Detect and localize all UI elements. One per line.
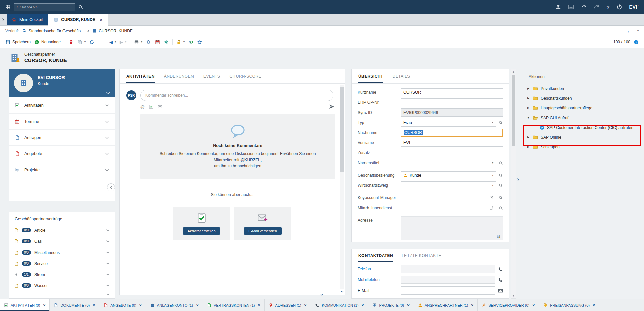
address-book-icon[interactable]: [496, 234, 501, 239]
refresh-button[interactable]: [89, 40, 94, 45]
telefon-link[interactable]: Telefon: [358, 267, 401, 271]
chevron-down-icon[interactable]: [105, 151, 109, 156]
breadcrumb-item-search[interactable]: Standardsuche für Geschäfts...: [22, 29, 84, 33]
zusatz-input[interactable]: [401, 149, 503, 157]
calendar-button[interactable]: [155, 40, 160, 45]
breadcrumb-item-record[interactable]: CURSOR, KUNDE: [92, 29, 133, 33]
sidebar-item-anfragen[interactable]: Anfragen: [9, 130, 115, 146]
tab-uebersicht[interactable]: ÜBERSICHT: [358, 69, 383, 83]
inbox-icon[interactable]: [568, 4, 574, 10]
navigate-forward-button[interactable]: ▶▾: [120, 40, 126, 44]
expand-arrow-icon[interactable]: ▶: [527, 106, 530, 109]
chevron-down-icon[interactable]: [106, 228, 110, 233]
tree-item-geschaeftskunden[interactable]: ▶ Geschäftskunden: [523, 93, 642, 103]
tab-cursor-kunde[interactable]: CURSOR, KUNDE ×: [48, 14, 108, 26]
tab-details[interactable]: DETAILS: [393, 69, 410, 83]
tree-item-privatkunden[interactable]: ▶ Privatkunden: [523, 84, 642, 93]
print-dropdown-caret[interactable]: ▾: [141, 41, 142, 43]
command-input[interactable]: [14, 3, 75, 11]
contract-row-strom[interactable]: 1/1 Strom: [9, 269, 115, 280]
sidebar-item-projekte[interactable]: Projekte: [9, 162, 115, 178]
tab-letzte-kontakte[interactable]: LETZTE KONTAKTE: [402, 249, 441, 262]
sidebar-item-termine[interactable]: Termine: [9, 114, 115, 130]
save-button[interactable]: Speichern: [5, 40, 31, 45]
bottom-tab-vertragskonten[interactable]: VERTRAGSKONTEN (1)×: [203, 299, 265, 311]
chevron-down-icon[interactable]: [105, 119, 109, 124]
copy-dropdown-caret[interactable]: ▾: [84, 41, 86, 43]
dropdown-caret-icon[interactable]: ▾: [492, 121, 493, 124]
phone-icon[interactable]: [498, 277, 503, 282]
collapse-arrow-icon[interactable]: ▼: [527, 116, 530, 119]
telefon-input[interactable]: [401, 265, 495, 273]
tab-close-icon[interactable]: ×: [43, 303, 45, 308]
expand-arrow-icon[interactable]: ▶: [527, 145, 530, 148]
tab-close-icon[interactable]: ×: [407, 303, 410, 308]
mention-icon[interactable]: @: [140, 104, 145, 109]
bottom-tab-angebote[interactable]: ANGEBOTE (0)×: [99, 299, 146, 311]
navigate-back-button[interactable]: ◀▾: [109, 40, 116, 44]
lookup-icon[interactable]: [499, 206, 503, 210]
partner-card-chevron-icon[interactable]: [106, 91, 111, 96]
tab-mein-cockpit[interactable]: Mein Cockpit: [7, 14, 48, 25]
tab-close-icon[interactable]: ×: [471, 303, 473, 308]
wirtschaftszweig-combobox[interactable]: ▾: [401, 181, 496, 189]
print-button[interactable]: ▾: [134, 40, 142, 45]
tab-close-icon[interactable]: ×: [532, 303, 535, 308]
tab-close-icon[interactable]: ×: [196, 303, 199, 308]
contract-row-miscellaneous[interactable]: 0/0 Miscellaneous: [9, 247, 115, 258]
expand-arrow-icon[interactable]: ▶: [527, 136, 530, 139]
typ-combobox[interactable]: Frau ▾: [401, 119, 496, 127]
bottom-tab-anlagenkonto[interactable]: ANLAGENKONTO (1)×: [146, 299, 203, 311]
create-activity-button[interactable]: Aktivität erstellen: [183, 227, 220, 235]
kurzname-input[interactable]: CURSOR: [401, 88, 503, 96]
lookup-icon[interactable]: [499, 121, 503, 125]
tab-close-icon[interactable]: ×: [593, 303, 595, 308]
bottom-tab-dokumente[interactable]: DOKUMENTE (0)×: [50, 299, 99, 311]
help-button[interactable]: ?: [606, 4, 609, 10]
contract-row-service[interactable]: 0/0 Service: [9, 258, 115, 269]
history-back-button[interactable]: ←: [627, 28, 632, 34]
email-icon[interactable]: [158, 104, 162, 109]
tab-aenderungen[interactable]: ÄNDERUNGEN: [164, 69, 194, 83]
tab-close-icon[interactable]: ×: [139, 303, 142, 308]
tree-item-sap-cic-aufrufen[interactable]: SAP Customer Interaction Center (CIC) au…: [523, 123, 642, 132]
tab-close-icon[interactable]: ×: [258, 303, 260, 308]
phone-icon[interactable]: [498, 267, 503, 272]
chevron-down-icon[interactable]: [106, 272, 110, 277]
history-dropdown-caret[interactable]: ▾: [637, 30, 639, 32]
scrollbar-thumb[interactable]: [340, 87, 344, 172]
contracts-scroll-hint-chevron[interactable]: [106, 292, 110, 297]
bottom-tab-serviceprovider[interactable]: SERVICEPROVIDER (0)×: [478, 299, 539, 311]
expand-left-panel-chevron[interactable]: [0, 14, 7, 25]
lookup-icon[interactable]: [499, 196, 503, 200]
bottom-tab-projekte[interactable]: PROJEKTE (0)×: [368, 299, 414, 311]
sidebar-item-aktivitaeten[interactable]: Aktivitäten: [9, 97, 115, 114]
chevron-down-icon[interactable]: [105, 103, 109, 107]
menu-button[interactable]: ≡: [102, 39, 105, 45]
delete-button[interactable]: [69, 40, 74, 45]
chevron-down-icon[interactable]: [106, 250, 110, 255]
lock-dropdown-caret[interactable]: ▾: [183, 41, 185, 43]
mobiltelefon-link[interactable]: Mobiltelefon: [358, 277, 401, 282]
chevron-down-icon[interactable]: [105, 167, 109, 172]
scrollbar-thumb[interactable]: [512, 75, 515, 146]
bottom-tab-preisanpassung[interactable]: PREISANPASSUNG (0)×: [539, 299, 599, 311]
nachname-input[interactable]: CURSOR: [401, 129, 503, 137]
geschaeftsbeziehung-combobox[interactable]: Kunde ▾: [401, 171, 496, 179]
tab-kontaktdaten[interactable]: KONTAKTDATEN: [358, 249, 393, 262]
lookup-icon[interactable]: [499, 183, 503, 188]
task-icon[interactable]: [149, 104, 154, 109]
expand-arrow-icon[interactable]: ▶: [527, 87, 530, 90]
contract-row-gas[interactable]: 0/0 Gas: [9, 236, 115, 247]
redo-icon[interactable]: [581, 4, 587, 10]
lookup-icon[interactable]: [499, 173, 503, 178]
vorname-input[interactable]: EVI: [401, 139, 503, 147]
copy-button[interactable]: ▾: [77, 40, 86, 45]
dropdown-caret-icon[interactable]: ▾: [492, 162, 493, 164]
erp-gp-nr-input[interactable]: [401, 98, 503, 106]
scroll-more-chevron[interactable]: [320, 292, 324, 297]
tab-close-icon[interactable]: ×: [93, 303, 95, 308]
send-email-button[interactable]: E-Mail versenden: [244, 227, 282, 235]
email-icon[interactable]: [498, 288, 503, 293]
email-input[interactable]: [401, 286, 495, 295]
